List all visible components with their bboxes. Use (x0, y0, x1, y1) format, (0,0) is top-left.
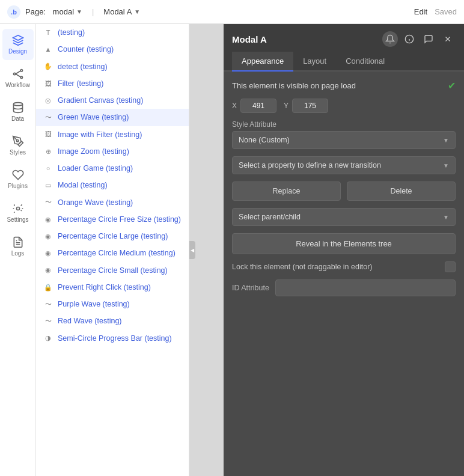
svg-line-4 (15, 74, 20, 77)
style-attr-label: Style Attribute (232, 120, 456, 129)
style-attr-section: Style Attribute None (Custom) ▼ (232, 120, 456, 149)
comment-icon-btn[interactable] (421, 31, 436, 47)
list-item[interactable]: ⊕ Image Zoom (testing) (36, 143, 189, 160)
svg-point-0 (13, 73, 15, 75)
list-item[interactable]: 🔒 Prevent Right Click (testing) (36, 279, 189, 296)
list-item[interactable]: ◎ Gradient Canvas (testing) (36, 92, 189, 109)
list-item[interactable]: 🖼 Image with Filter (testing) (36, 126, 189, 143)
select-parent-label: Select parent/child (239, 213, 301, 221)
sidebar-design-label: Design (8, 48, 27, 55)
sidebar-workflow-label: Workflow (5, 82, 30, 88)
modal-header-icons (382, 31, 456, 47)
info-icon-btn[interactable] (401, 31, 417, 47)
list-item[interactable]: ◉ Percentage Circle Small (testing) (36, 262, 189, 279)
list-item[interactable]: ◑ Semi-Circle Progress Bar (testing) (36, 330, 189, 347)
main-layout: Design Workflow Data Styles (0, 24, 464, 476)
sidebar-item-logs[interactable]: Logs (2, 231, 34, 262)
circle-sm-icon: ◉ (43, 266, 53, 275)
collapse-handle[interactable]: ◀ (189, 241, 195, 259)
item-label: Percentage Circle Free Size (testing) (58, 215, 181, 224)
visibility-check[interactable]: ✔ (448, 80, 456, 91)
item-label: Percentage Circle Medium (testing) (58, 248, 176, 258)
svg-point-5 (13, 103, 22, 106)
id-attr-label: ID Attribute (232, 284, 269, 292)
modal-title: Modal A (232, 34, 377, 44)
list-item[interactable]: 🖼 Filter (testing) (36, 75, 189, 92)
sidebar-styles-label: Styles (10, 149, 26, 156)
style-attr-dropdown[interactable]: None (Custom) ▼ (232, 131, 456, 149)
loader-icon: ○ (43, 163, 53, 173)
modal-icon: ▭ (43, 180, 53, 190)
lock-checkbox[interactable] (445, 261, 456, 272)
item-label: Loader Game (testing) (58, 163, 133, 173)
item-label: (testing) (58, 28, 85, 37)
list-item[interactable]: ◉ Percentage Circle Large (testing) (36, 228, 189, 245)
item-label: Prevent Right Click (testing) (58, 282, 151, 292)
modal-chevron[interactable]: ▼ (134, 8, 140, 15)
logo[interactable]: .b (7, 5, 20, 19)
sidebar-item-styles[interactable]: Styles (2, 130, 34, 161)
tab-conditional[interactable]: Conditional (336, 52, 394, 72)
sidebar-plugins-label: Plugins (8, 183, 28, 189)
y-input[interactable] (292, 99, 328, 113)
sidebar-item-plugins[interactable]: Plugins (2, 163, 34, 195)
visibility-row: This element is visible on page load ✔ (232, 80, 456, 91)
list-item[interactable]: ▲ Counter (testing) (36, 41, 189, 58)
select-parent-section: Select parent/child ▼ (232, 208, 456, 226)
item-label: Red Wave (testing) (58, 316, 122, 326)
list-item[interactable]: ◉ Percentage Circle Medium (testing) (36, 245, 189, 261)
list-item-green-wave[interactable]: 〜 Green Wave (testing) (36, 109, 189, 126)
sidebar-item-data[interactable]: Data (2, 96, 34, 127)
select-parent-dropdown[interactable]: Select parent/child ▼ (232, 208, 456, 226)
tab-layout[interactable]: Layout (293, 52, 336, 72)
x-label: X (232, 102, 237, 110)
svg-line-3 (15, 71, 20, 74)
delete-button[interactable]: Delete (347, 182, 456, 201)
transition-dropdown[interactable]: Select a property to define a new transi… (232, 156, 456, 174)
modal-selector[interactable]: Modal A ▼ (103, 7, 140, 16)
replace-button[interactable]: Replace (232, 182, 341, 201)
modal-tabs: Appearance Layout Conditional (224, 52, 464, 72)
sidebar-item-design[interactable]: Design (2, 29, 34, 60)
svg-point-7 (16, 207, 19, 210)
list-item[interactable]: 〜 Red Wave (testing) (36, 313, 189, 329)
item-label: Orange Wave (testing) (58, 198, 133, 207)
canvas-area: ◀ Modal A (189, 24, 464, 476)
image-filter-icon: 🖼 (43, 130, 53, 139)
x-input[interactable] (240, 99, 276, 113)
tab-appearance[interactable]: Appearance (232, 52, 293, 72)
list-item[interactable]: ▭ Modal (testing) (36, 177, 189, 194)
item-label: Semi-Circle Progress Bar (testing) (58, 334, 172, 343)
wave2-icon: 〜 (43, 198, 53, 207)
modal-panel: Modal A (224, 24, 464, 476)
sidebar-data-label: Data (11, 115, 24, 122)
semi-circle-icon: ◑ (43, 334, 53, 343)
edit-label[interactable]: Edit (414, 7, 427, 16)
circle-sm-icon: ◉ (43, 248, 53, 258)
page-chevron[interactable]: ▼ (76, 8, 82, 15)
item-label: Image Zoom (testing) (58, 147, 129, 156)
sidebar-item-workflow[interactable]: Workflow (2, 63, 34, 94)
hand-icon: ✋ (43, 62, 53, 72)
list-item[interactable]: 〜 Orange Wave (testing) (36, 194, 189, 211)
item-label: Percentage Circle Large (testing) (58, 231, 168, 241)
bell-icon-btn[interactable] (382, 31, 398, 47)
item-label: Modal (testing) (58, 180, 108, 190)
reveal-button[interactable]: Reveal in the Elements tree (232, 233, 456, 254)
sidebar-settings-label: Settings (7, 216, 28, 223)
list-item[interactable]: 〜 Purple Wave (testing) (36, 296, 189, 313)
item-label: Image with Filter (testing) (58, 130, 142, 139)
list-item[interactable]: T (testing) (36, 24, 189, 41)
list-item[interactable]: ○ Loader Game (testing) (36, 160, 189, 177)
id-attr-input[interactable] (275, 279, 456, 296)
list-item[interactable]: ◉ Percentage Circle Free Size (testing) (36, 211, 189, 228)
id-attr-row: ID Attribute (232, 279, 456, 296)
list-item[interactable]: ✋ detect (testing) (36, 58, 189, 75)
lock-label: Lock this element (not draggable in edit… (232, 263, 372, 271)
modal-header: Modal A (224, 24, 464, 52)
topbar: .b Page: modal ▼ | Modal A ▼ Edit Saved (0, 0, 464, 24)
close-icon-btn[interactable] (440, 31, 456, 47)
sidebar-item-settings[interactable]: Settings (2, 197, 34, 228)
page-selector[interactable]: Page: modal ▼ (25, 7, 82, 16)
image-icon: 🖼 (43, 79, 53, 88)
